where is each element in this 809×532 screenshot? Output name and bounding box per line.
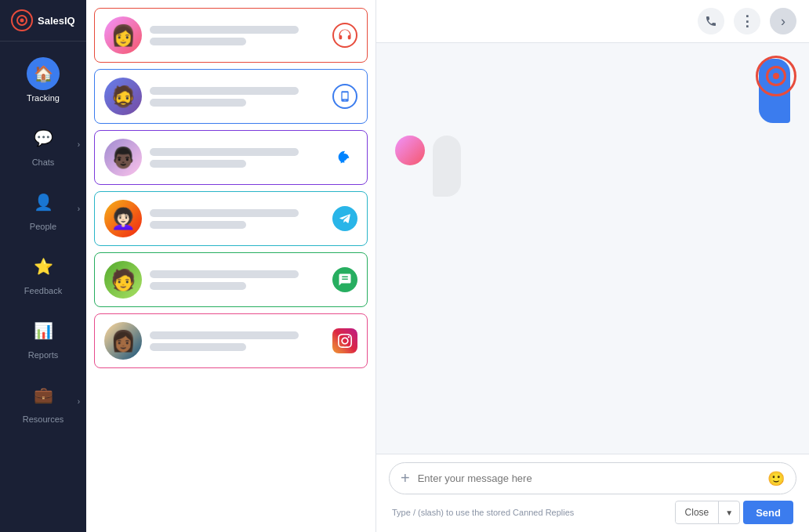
people-icon: 👤 bbox=[27, 186, 60, 219]
avatar-1: 👩 bbox=[104, 16, 142, 54]
sidebar-label-people: People bbox=[30, 222, 56, 231]
chat-item-1[interactable]: 👩 bbox=[94, 8, 368, 63]
sidebar-item-chats[interactable]: 💬 Chats › bbox=[0, 112, 86, 176]
input-action-buttons: Close ▼ Send bbox=[675, 501, 793, 524]
attach-button[interactable]: + bbox=[401, 469, 410, 487]
sidebar-label-feedback: Feedback bbox=[24, 286, 62, 295]
sidebar-label-reports: Reports bbox=[28, 350, 59, 360]
chat-info-2 bbox=[150, 87, 325, 107]
people-chevron-icon: › bbox=[78, 204, 80, 213]
collapse-button[interactable]: › bbox=[770, 8, 796, 34]
channel-icon-telegram bbox=[332, 206, 357, 231]
chevron-right-icon: › bbox=[781, 13, 785, 30]
chat-item-2[interactable]: 🧔 bbox=[94, 69, 368, 124]
chat-preview-1 bbox=[150, 38, 246, 45]
close-dropdown-button[interactable]: ▼ bbox=[719, 504, 739, 522]
resources-chevron-icon: › bbox=[78, 397, 80, 406]
avatar-2: 🧔 bbox=[104, 78, 142, 115]
sidebar-label-resources: Resources bbox=[23, 414, 64, 424]
incoming-message-wrap bbox=[395, 136, 790, 197]
channel-icon-headset bbox=[332, 23, 357, 48]
avatar-3: 👨🏿 bbox=[104, 139, 142, 176]
avatar-4: 👩🏻‍🦱 bbox=[104, 200, 142, 237]
chat-preview-6 bbox=[150, 343, 246, 351]
emoji-button[interactable]: 🙂 bbox=[767, 470, 785, 487]
chat-info-5 bbox=[150, 270, 325, 290]
watermark-circle bbox=[756, 56, 796, 96]
close-button-group: Close ▼ bbox=[675, 501, 741, 524]
chat-info-3 bbox=[150, 148, 325, 168]
sidebar-item-tracking[interactable]: 🏠 Tracking bbox=[0, 48, 86, 112]
send-button[interactable]: Send bbox=[743, 501, 793, 524]
resources-icon: 💼 bbox=[27, 378, 60, 411]
chat-info-1 bbox=[150, 26, 325, 45]
chat-name-6 bbox=[150, 331, 299, 339]
chat-info-4 bbox=[150, 209, 325, 229]
chat-item-5[interactable]: 🧑 bbox=[94, 252, 368, 307]
canned-reply-hint: Type / (slash) to use the stored Canned … bbox=[392, 508, 574, 517]
chats-chevron-icon: › bbox=[78, 140, 80, 149]
chat-preview-2 bbox=[150, 99, 246, 107]
main-chat-area: ⋮ › bbox=[376, 0, 809, 532]
avatar-5: 🧑 bbox=[104, 261, 142, 299]
channel-icon-mobile bbox=[332, 84, 357, 109]
more-options-icon: ⋮ bbox=[740, 13, 754, 30]
chat-list: 👩 🧔 👨🏿 bbox=[86, 0, 376, 532]
sidebar-label-tracking: Tracking bbox=[27, 93, 60, 103]
chat-name-5 bbox=[150, 270, 299, 278]
close-button[interactable]: Close bbox=[676, 502, 719, 523]
message-input[interactable] bbox=[418, 472, 760, 484]
chat-name-4 bbox=[150, 209, 299, 217]
chat-item-3[interactable]: 👨🏿 bbox=[94, 130, 368, 185]
chat-name-2 bbox=[150, 87, 299, 95]
watermark-dot bbox=[773, 73, 779, 79]
channel-icon-messenger bbox=[332, 145, 357, 170]
phone-button[interactable] bbox=[698, 8, 724, 34]
chat-input-area: + 🙂 Type / (slash) to use the stored Can… bbox=[376, 454, 809, 532]
chats-icon: 💬 bbox=[27, 121, 60, 154]
feedback-icon: ⭐ bbox=[27, 250, 60, 283]
chat-item-4[interactable]: 👩🏻‍🦱 bbox=[94, 191, 368, 246]
channel-icon-bizmesg bbox=[332, 267, 357, 292]
chat-item-6[interactable]: 👩🏾 bbox=[94, 313, 368, 368]
chat-input-bar: + 🙂 bbox=[389, 462, 796, 494]
chat-name-1 bbox=[150, 26, 299, 34]
sidebar-item-resources[interactable]: 💼 Resources › bbox=[0, 369, 86, 433]
incoming-message bbox=[433, 136, 461, 197]
chat-header: ⋮ › bbox=[376, 0, 809, 43]
sidebar: SalesIQ 🏠 Tracking 💬 Chats › 👤 People › … bbox=[0, 0, 86, 532]
reports-icon: 📊 bbox=[27, 314, 60, 347]
chat-preview-4 bbox=[150, 221, 246, 229]
chat-messages bbox=[376, 43, 809, 454]
more-options-button[interactable]: ⋮ bbox=[734, 8, 760, 34]
input-hint-bar: Type / (slash) to use the stored Canned … bbox=[389, 494, 796, 524]
chat-preview-5 bbox=[150, 282, 246, 290]
chat-info-6 bbox=[150, 331, 325, 351]
app-name: SalesIQ bbox=[38, 15, 75, 27]
incoming-avatar bbox=[395, 136, 425, 165]
salesiq-watermark bbox=[756, 56, 796, 96]
chat-name-3 bbox=[150, 148, 299, 156]
tracking-icon: 🏠 bbox=[27, 57, 60, 90]
sidebar-item-reports[interactable]: 📊 Reports bbox=[0, 305, 86, 369]
app-logo[interactable]: SalesIQ bbox=[0, 0, 86, 42]
logo-icon bbox=[11, 9, 33, 31]
watermark-inner bbox=[766, 66, 786, 86]
sidebar-nav: 🏠 Tracking 💬 Chats › 👤 People › ⭐ Feedba… bbox=[0, 42, 86, 433]
channel-icon-instagram bbox=[332, 328, 357, 353]
chat-preview-3 bbox=[150, 160, 246, 168]
sidebar-item-feedback[interactable]: ⭐ Feedback bbox=[0, 241, 86, 305]
avatar-6: 👩🏾 bbox=[104, 322, 142, 360]
sidebar-label-chats: Chats bbox=[32, 157, 55, 167]
sidebar-item-people[interactable]: 👤 People › bbox=[0, 176, 86, 241]
